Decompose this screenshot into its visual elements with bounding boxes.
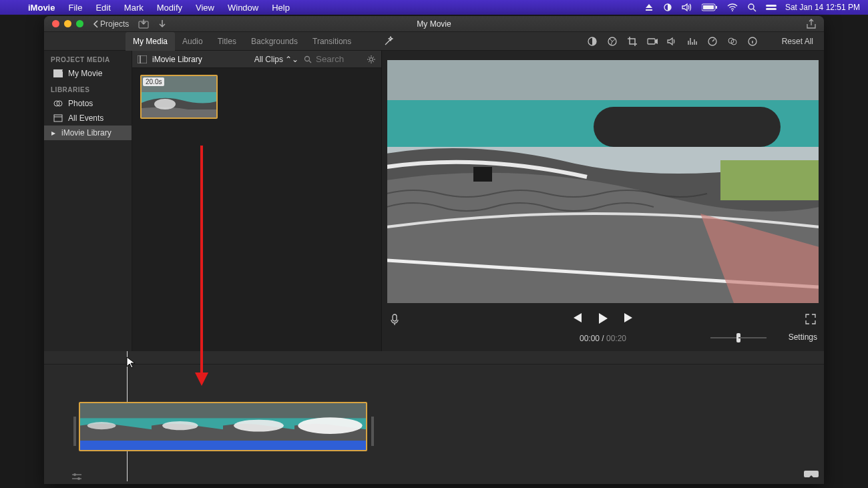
wifi-icon[interactable] xyxy=(722,3,742,11)
svg-point-4 xyxy=(732,10,733,11)
tab-transitions[interactable]: Transitions xyxy=(305,32,359,51)
sidebar: PROJECT MEDIA My Movie LIBRARIES Photos … xyxy=(44,51,132,351)
magic-enhance-button[interactable] xyxy=(383,36,394,47)
list-view-icon[interactable] xyxy=(138,55,147,63)
timeline-settings-icon[interactable] xyxy=(71,472,83,481)
svg-point-26 xyxy=(154,99,176,109)
mark-menu[interactable]: Mark xyxy=(118,3,150,13)
menu-bar: iMovie File Edit Mark Modify View Window… xyxy=(0,0,868,15)
fullscreen-button[interactable] xyxy=(76,20,83,27)
sidebar-item-all-events[interactable]: All Events xyxy=(44,111,132,126)
media-clip-thumbnail[interactable]: 20.0s xyxy=(140,75,218,119)
media-toolbar: iMovie Library All Clips ⌃⌄ xyxy=(132,51,381,68)
clip-audio-track[interactable] xyxy=(80,441,366,450)
chevron-right-icon: ▸ xyxy=(51,128,56,138)
prev-button[interactable] xyxy=(571,312,583,324)
settings-button[interactable]: Settings xyxy=(789,332,817,342)
svg-point-46 xyxy=(77,477,80,480)
svg-rect-28 xyxy=(387,60,819,100)
svg-rect-6 xyxy=(766,5,777,7)
svg-point-22 xyxy=(305,56,310,61)
close-button[interactable] xyxy=(52,20,59,27)
color-balance-icon[interactable] xyxy=(587,36,598,47)
photos-icon xyxy=(53,99,63,107)
next-button[interactable] xyxy=(623,312,635,324)
sidebar-label: My Movie xyxy=(68,69,102,78)
timeline-clip[interactable] xyxy=(79,402,367,451)
control-center-icon[interactable] xyxy=(761,3,781,11)
display-icon[interactable] xyxy=(658,3,677,12)
back-to-projects-button[interactable]: Projects xyxy=(93,19,129,29)
updown-icon: ⌃⌄ xyxy=(285,55,298,64)
sidebar-heading-project-media: PROJECT MEDIA xyxy=(44,51,132,66)
filter-icon[interactable] xyxy=(727,36,738,47)
noise-reduction-icon[interactable] xyxy=(687,37,698,46)
clip-duration-badge: 20.0s xyxy=(143,77,164,86)
stabilization-icon[interactable] xyxy=(647,37,658,46)
svg-point-38 xyxy=(162,421,198,430)
preview-pane: 00:00 / 00:20 Settings xyxy=(382,51,824,351)
svg-point-5 xyxy=(748,4,754,9)
clock[interactable]: Sat Jan 14 12:51 PM xyxy=(781,3,868,12)
eject-icon[interactable] xyxy=(640,3,658,12)
tab-my-media[interactable]: My Media xyxy=(126,32,175,51)
edit-menu[interactable]: Edit xyxy=(89,3,117,13)
minimize-button[interactable] xyxy=(64,20,71,27)
svg-point-41 xyxy=(234,420,284,432)
sidebar-label: iMovie Library xyxy=(61,128,112,138)
library-name[interactable]: iMovie Library xyxy=(152,55,249,64)
info-icon[interactable] xyxy=(747,36,758,47)
app-menu[interactable]: iMovie xyxy=(21,3,61,13)
preview-video[interactable] xyxy=(387,60,819,303)
current-time: 00:00 xyxy=(580,334,600,343)
svg-point-45 xyxy=(73,473,76,476)
calendar-icon xyxy=(53,114,63,122)
settings-gear-icon[interactable] xyxy=(367,55,376,64)
svg-rect-31 xyxy=(473,167,492,182)
clip-end-handle[interactable] xyxy=(371,417,374,446)
window-controls xyxy=(44,20,83,27)
download-button[interactable] xyxy=(158,19,166,29)
modify-menu[interactable]: Modify xyxy=(150,3,189,13)
transport-controls xyxy=(382,312,824,324)
upper-pane: My Media Audio Titles Backgrounds Transi… xyxy=(44,32,824,351)
time-ruler[interactable] xyxy=(44,351,824,364)
volume-icon[interactable] xyxy=(677,3,697,12)
sidebar-item-photos[interactable]: Photos xyxy=(44,96,132,111)
tab-audio[interactable]: Audio xyxy=(175,32,210,51)
play-button[interactable] xyxy=(598,312,608,324)
clip-start-handle[interactable] xyxy=(73,417,76,446)
vr-icon[interactable] xyxy=(804,469,819,479)
reset-all-button[interactable]: Reset All xyxy=(782,37,813,46)
help-menu[interactable]: Help xyxy=(265,3,296,13)
clips-filter[interactable]: All Clips ⌃⌄ xyxy=(254,55,298,64)
window-menu[interactable]: Window xyxy=(221,3,265,13)
spotlight-icon[interactable] xyxy=(742,3,761,12)
import-button[interactable] xyxy=(138,19,149,29)
tab-titles[interactable]: Titles xyxy=(210,32,244,51)
sidebar-item-my-movie[interactable]: My Movie xyxy=(44,66,132,81)
media-browser: iMovie Library All Clips ⌃⌄ 20.0s xyxy=(132,51,382,351)
battery-icon[interactable] xyxy=(697,3,722,11)
svg-rect-30 xyxy=(720,160,819,200)
view-menu[interactable]: View xyxy=(189,3,221,13)
timeline[interactable] xyxy=(44,351,824,484)
svg-rect-21 xyxy=(140,55,147,63)
crop-icon[interactable] xyxy=(627,36,638,47)
fullscreen-preview-button[interactable] xyxy=(805,314,816,324)
search-field[interactable] xyxy=(304,53,361,65)
sidebar-label: Photos xyxy=(68,99,93,108)
file-menu[interactable]: File xyxy=(61,3,89,13)
sidebar-item-imovie-library[interactable]: ▸ iMovie Library xyxy=(44,126,132,140)
tab-backgrounds[interactable]: Backgrounds xyxy=(244,32,305,51)
title-bar: Projects My Movie xyxy=(44,16,824,32)
volume-adjust-icon[interactable] xyxy=(667,37,678,46)
share-button[interactable] xyxy=(807,19,816,29)
speed-icon[interactable] xyxy=(707,36,718,47)
back-label: Projects xyxy=(100,19,129,29)
search-icon xyxy=(304,55,312,63)
svg-point-23 xyxy=(370,57,373,61)
zoom-slider[interactable] xyxy=(710,334,767,342)
search-input[interactable] xyxy=(314,53,361,65)
color-correction-icon[interactable] xyxy=(607,36,618,47)
